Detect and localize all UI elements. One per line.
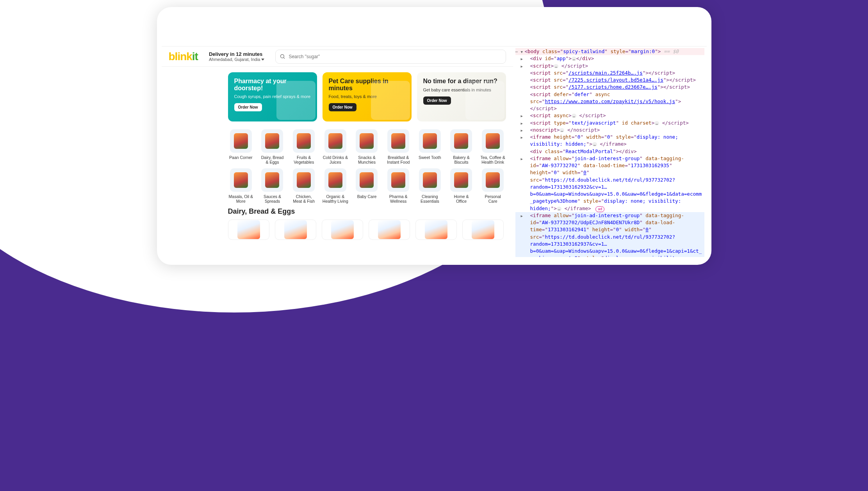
expand-caret-icon[interactable] xyxy=(521,134,523,141)
product-card[interactable] xyxy=(462,220,504,240)
category-label: Pharma & Wellness xyxy=(385,194,412,204)
dom-node-row[interactable]: <iframe allow="join-ad-interest-group" d… xyxy=(515,155,704,212)
category-item[interactable]: Baby Care xyxy=(354,168,380,204)
dom-node-row[interactable]: <script async>… </script> xyxy=(515,112,704,119)
expand-caret-icon[interactable] xyxy=(521,62,523,70)
category-image xyxy=(454,133,468,149)
category-tile xyxy=(293,168,315,192)
banner-baby[interactable]: No time for a diaper run? Get baby care … xyxy=(417,72,506,121)
category-item[interactable]: Cleaning Essentials xyxy=(417,168,443,204)
banner-art xyxy=(371,81,410,120)
category-item[interactable]: Bakery & Biscuits xyxy=(448,129,474,164)
category-tile xyxy=(261,129,283,153)
product-image xyxy=(378,220,401,239)
product-card[interactable] xyxy=(415,220,457,240)
dom-node-row[interactable]: <script type="text/javascript" id charse… xyxy=(515,120,704,127)
category-item[interactable]: Masala, Oil & More xyxy=(228,168,254,204)
more-icon[interactable]: ⋯ xyxy=(515,49,518,55)
logo[interactable]: blinkit xyxy=(169,50,198,63)
dom-node-row[interactable]: <script src="/7225.scripts/layout.bd5e1a… xyxy=(515,77,704,84)
category-tile xyxy=(387,168,409,192)
category-tile xyxy=(450,129,472,153)
banner-art xyxy=(465,81,504,120)
category-grid-1: Paan CornerDairy, Bread & EggsFruits & V… xyxy=(228,129,506,164)
category-image xyxy=(486,133,500,149)
expand-caret-icon[interactable] xyxy=(521,48,523,55)
category-item[interactable]: Sauces & Spreads xyxy=(259,168,285,204)
product-image xyxy=(284,220,307,239)
expand-caret-icon[interactable] xyxy=(521,212,523,219)
category-label: Breakfast & Instant Food xyxy=(385,155,412,164)
dom-node-row[interactable]: <script src="/scripts/main.25f264b….js">… xyxy=(515,70,704,77)
category-item[interactable]: Cold Drinks & Juices xyxy=(322,129,348,164)
category-image xyxy=(297,133,311,149)
category-tile xyxy=(482,129,504,153)
svg-line-1 xyxy=(284,57,285,59)
category-tile xyxy=(324,129,346,153)
category-tile xyxy=(482,168,504,192)
category-image xyxy=(360,133,374,149)
expand-caret-icon[interactable] xyxy=(521,127,523,134)
category-label: Tea, Coffee & Health Drink xyxy=(480,155,506,164)
banner-art xyxy=(276,81,315,120)
expand-caret-icon[interactable] xyxy=(521,120,523,127)
dom-node-row[interactable]: <script>… </script> xyxy=(515,62,704,70)
category-label: Chicken, Meat & Fish xyxy=(291,194,317,204)
product-card[interactable] xyxy=(322,220,363,240)
dom-node-row[interactable]: <script defer="defer" async src="https:/… xyxy=(515,91,704,112)
product-card[interactable] xyxy=(275,220,316,240)
delivery-info[interactable]: Delivery in 12 minutes Ahmedabad, Gujara… xyxy=(209,51,264,62)
category-item[interactable]: Breakfast & Instant Food xyxy=(385,129,412,164)
category-item[interactable]: Home & Office xyxy=(448,168,474,204)
banner-cta[interactable]: Order Now xyxy=(329,103,356,111)
delivery-location: Ahmedabad, Gujarat, India xyxy=(209,57,264,62)
expand-caret-icon[interactable] xyxy=(521,55,523,62)
product-card[interactable] xyxy=(369,220,410,240)
category-image xyxy=(454,172,468,188)
category-item[interactable]: Snacks & Munchies xyxy=(354,129,380,164)
dom-node-row[interactable]: <iframe height="0" width="0" style="disp… xyxy=(515,134,704,148)
dom-node-row[interactable]: <script src="/5177.scripts/home.d23667e…… xyxy=(515,84,704,91)
category-tile xyxy=(356,168,378,192)
category-item[interactable]: Organic & Healthy Living xyxy=(322,168,348,204)
dom-node-row[interactable]: <div id="app">…</div> xyxy=(515,55,704,62)
category-label: Bakery & Biscuits xyxy=(448,155,474,164)
delivery-headline: Delivery in 12 minutes xyxy=(209,51,264,57)
category-image xyxy=(486,172,500,188)
website-pane: blinkit Delivery in 12 minutes Ahmedabad… xyxy=(162,46,513,257)
category-item[interactable]: Dairy, Bread & Eggs xyxy=(259,129,285,164)
search-input[interactable] xyxy=(289,54,501,59)
app-window: blinkit Delivery in 12 minutes Ahmedabad… xyxy=(162,46,707,257)
category-label: Cold Drinks & Juices xyxy=(322,155,348,164)
category-item[interactable]: Paan Corner xyxy=(228,129,254,164)
category-item[interactable]: Fruits & Vegetables xyxy=(291,129,317,164)
category-item[interactable]: Sweet Tooth xyxy=(417,129,443,164)
product-image xyxy=(331,220,354,239)
banner-row: Pharmacy at your doorstep! Cough syrups,… xyxy=(228,72,506,121)
category-image xyxy=(391,133,405,149)
category-item[interactable]: Chicken, Meat & Fish xyxy=(291,168,317,204)
expand-caret-icon[interactable] xyxy=(521,112,523,119)
category-tile xyxy=(419,168,441,192)
banner-pharmacy[interactable]: Pharmacy at your doorstep! Cough syrups,… xyxy=(228,72,317,121)
category-tile xyxy=(230,129,252,153)
banner-cta[interactable]: Order Now xyxy=(234,103,262,111)
search-input-wrap[interactable] xyxy=(275,50,506,64)
ad-badge: ad xyxy=(595,206,604,212)
expand-caret-icon[interactable] xyxy=(521,155,523,162)
category-label: Sauces & Spreads xyxy=(259,194,285,204)
category-label: Baby Care xyxy=(354,194,380,199)
banner-cta[interactable]: Order Now xyxy=(423,96,451,105)
category-item[interactable]: Tea, Coffee & Health Drink xyxy=(480,129,506,164)
chevron-down-icon xyxy=(261,59,264,61)
dom-node-row[interactable]: <iframe allow="join-ad-interest-group" d… xyxy=(515,212,704,257)
category-item[interactable]: Personal Care xyxy=(480,168,506,204)
dom-node-row[interactable]: ⋯<body class="spicy-tailwind" style="mar… xyxy=(515,48,704,55)
dom-node-row[interactable]: <noscript>… </noscript> xyxy=(515,127,704,134)
category-label: Fruits & Vegetables xyxy=(291,155,317,164)
devtools-pane[interactable]: ⋯<body class="spicy-tailwind" style="mar… xyxy=(513,46,707,257)
banner-pet[interactable]: Pet Care supplies in minutes Food, treat… xyxy=(323,72,412,121)
category-item[interactable]: Pharma & Wellness xyxy=(385,168,412,204)
dom-node-row[interactable]: <div class="ReactModalPortal"></div> xyxy=(515,148,704,155)
product-card[interactable] xyxy=(228,220,269,240)
